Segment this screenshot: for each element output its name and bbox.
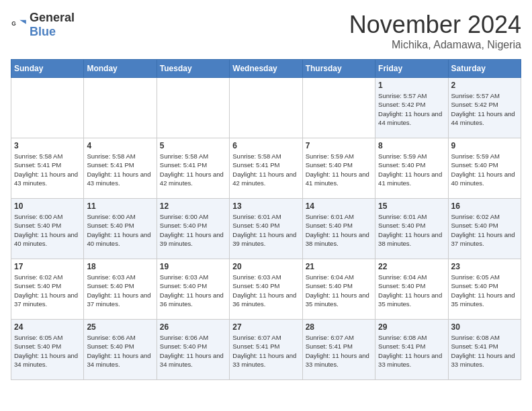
calendar-cell: 9Sunrise: 5:59 AM Sunset: 5:40 PM Daylig…	[448, 138, 521, 199]
day-number: 27	[232, 322, 299, 332]
day-number: 23	[451, 262, 518, 271]
svg-text:G: G	[11, 20, 16, 27]
day-number: 26	[160, 322, 226, 332]
logo[interactable]: G General Blue	[11, 11, 75, 39]
day-info: Sunrise: 6:01 AM Sunset: 5:40 PM Dayligh…	[378, 212, 445, 248]
day-info: Sunrise: 6:04 AM Sunset: 5:40 PM Dayligh…	[306, 273, 372, 308]
calendar-cell: 16Sunrise: 6:02 AM Sunset: 5:40 PM Dayli…	[448, 199, 521, 259]
day-number: 12	[160, 201, 226, 211]
calendar-cell: 29Sunrise: 6:08 AM Sunset: 5:41 PM Dayli…	[375, 320, 448, 380]
day-number: 19	[160, 262, 226, 271]
day-number: 10	[14, 201, 81, 211]
day-info: Sunrise: 6:07 AM Sunset: 5:41 PM Dayligh…	[306, 333, 372, 369]
calendar-cell	[230, 78, 302, 138]
location-title: Michika, Adamawa, Nigeria	[349, 39, 521, 51]
day-info: Sunrise: 5:59 AM Sunset: 5:40 PM Dayligh…	[378, 152, 445, 187]
calendar-cell	[11, 78, 84, 138]
day-number: 21	[306, 262, 372, 271]
calendar-cell: 25Sunrise: 6:06 AM Sunset: 5:40 PM Dayli…	[84, 320, 157, 380]
calendar-cell: 17Sunrise: 6:02 AM Sunset: 5:40 PM Dayli…	[11, 259, 84, 320]
weekday-header-saturday: Saturday	[448, 60, 521, 78]
weekday-header-thursday: Thursday	[302, 60, 375, 78]
weekday-header-sunday: Sunday	[11, 60, 84, 78]
calendar-week-row: 24Sunrise: 6:05 AM Sunset: 5:40 PM Dayli…	[11, 320, 521, 380]
calendar-cell: 18Sunrise: 6:03 AM Sunset: 5:40 PM Dayli…	[84, 259, 157, 320]
weekday-header-friday: Friday	[375, 60, 448, 78]
day-number: 2	[451, 81, 518, 90]
day-info: Sunrise: 5:58 AM Sunset: 5:41 PM Dayligh…	[14, 152, 81, 187]
day-info: Sunrise: 6:05 AM Sunset: 5:40 PM Dayligh…	[451, 273, 518, 308]
day-number: 13	[232, 201, 299, 211]
day-number: 16	[451, 201, 518, 211]
day-info: Sunrise: 6:07 AM Sunset: 5:41 PM Dayligh…	[232, 333, 299, 369]
calendar-cell: 11Sunrise: 6:00 AM Sunset: 5:40 PM Dayli…	[84, 199, 157, 259]
page-header: G General Blue November 2024 Michika, Ad…	[11, 11, 521, 51]
calendar-cell	[302, 78, 375, 138]
calendar-cell: 22Sunrise: 6:04 AM Sunset: 5:40 PM Dayli…	[375, 259, 448, 320]
calendar-cell: 20Sunrise: 6:03 AM Sunset: 5:40 PM Dayli…	[230, 259, 302, 320]
day-info: Sunrise: 5:59 AM Sunset: 5:40 PM Dayligh…	[451, 152, 518, 187]
day-info: Sunrise: 6:02 AM Sunset: 5:40 PM Dayligh…	[14, 273, 81, 308]
calendar-cell: 24Sunrise: 6:05 AM Sunset: 5:40 PM Dayli…	[11, 320, 84, 380]
title-block: November 2024 Michika, Adamawa, Nigeria	[349, 11, 521, 51]
calendar-table: SundayMondayTuesdayWednesdayThursdayFrid…	[11, 59, 521, 380]
calendar-cell: 14Sunrise: 6:01 AM Sunset: 5:40 PM Dayli…	[302, 199, 375, 259]
day-info: Sunrise: 5:58 AM Sunset: 5:41 PM Dayligh…	[160, 152, 226, 187]
month-title: November 2024	[349, 11, 521, 39]
day-number: 1	[378, 81, 445, 90]
day-number: 24	[14, 322, 81, 332]
day-info: Sunrise: 6:00 AM Sunset: 5:40 PM Dayligh…	[160, 212, 226, 248]
weekday-header-monday: Monday	[84, 60, 157, 78]
logo-blue: Blue	[30, 25, 56, 38]
calendar-cell: 27Sunrise: 6:07 AM Sunset: 5:41 PM Dayli…	[230, 320, 302, 380]
day-info: Sunrise: 6:06 AM Sunset: 5:40 PM Dayligh…	[160, 333, 226, 369]
day-number: 18	[87, 262, 153, 271]
calendar-header-row: SundayMondayTuesdayWednesdayThursdayFrid…	[11, 60, 521, 78]
day-number: 28	[306, 322, 372, 332]
day-info: Sunrise: 6:01 AM Sunset: 5:40 PM Dayligh…	[306, 212, 372, 248]
svg-marker-1	[19, 20, 26, 24]
calendar-cell: 23Sunrise: 6:05 AM Sunset: 5:40 PM Dayli…	[448, 259, 521, 320]
day-info: Sunrise: 5:57 AM Sunset: 5:42 PM Dayligh…	[451, 91, 518, 127]
calendar-cell: 12Sunrise: 6:00 AM Sunset: 5:40 PM Dayli…	[157, 199, 229, 259]
day-info: Sunrise: 6:08 AM Sunset: 5:41 PM Dayligh…	[378, 333, 445, 369]
day-info: Sunrise: 6:00 AM Sunset: 5:40 PM Dayligh…	[14, 212, 81, 248]
calendar-cell: 10Sunrise: 6:00 AM Sunset: 5:40 PM Dayli…	[11, 199, 84, 259]
calendar-cell: 13Sunrise: 6:01 AM Sunset: 5:40 PM Dayli…	[230, 199, 302, 259]
day-info: Sunrise: 5:57 AM Sunset: 5:42 PM Dayligh…	[378, 91, 445, 127]
day-info: Sunrise: 6:01 AM Sunset: 5:40 PM Dayligh…	[232, 212, 299, 248]
calendar-cell: 19Sunrise: 6:03 AM Sunset: 5:40 PM Dayli…	[157, 259, 229, 320]
day-info: Sunrise: 6:08 AM Sunset: 5:41 PM Dayligh…	[451, 333, 518, 369]
day-number: 9	[451, 141, 518, 150]
logo-icon: G	[11, 17, 27, 33]
day-number: 8	[378, 141, 445, 150]
calendar-cell	[84, 78, 157, 138]
day-info: Sunrise: 6:06 AM Sunset: 5:40 PM Dayligh…	[87, 333, 153, 369]
calendar-cell	[157, 78, 229, 138]
day-info: Sunrise: 6:02 AM Sunset: 5:40 PM Dayligh…	[451, 212, 518, 248]
calendar-cell: 30Sunrise: 6:08 AM Sunset: 5:41 PM Dayli…	[448, 320, 521, 380]
calendar-week-row: 1Sunrise: 5:57 AM Sunset: 5:42 PM Daylig…	[11, 78, 521, 138]
day-info: Sunrise: 6:03 AM Sunset: 5:40 PM Dayligh…	[87, 273, 153, 308]
calendar-cell: 15Sunrise: 6:01 AM Sunset: 5:40 PM Dayli…	[375, 199, 448, 259]
day-info: Sunrise: 6:00 AM Sunset: 5:40 PM Dayligh…	[87, 212, 153, 248]
calendar-cell: 3Sunrise: 5:58 AM Sunset: 5:41 PM Daylig…	[11, 138, 84, 199]
calendar-cell: 7Sunrise: 5:59 AM Sunset: 5:40 PM Daylig…	[302, 138, 375, 199]
day-number: 25	[87, 322, 153, 332]
weekday-header-wednesday: Wednesday	[230, 60, 302, 78]
day-number: 20	[232, 262, 299, 271]
calendar-week-row: 17Sunrise: 6:02 AM Sunset: 5:40 PM Dayli…	[11, 259, 521, 320]
day-number: 15	[378, 201, 445, 211]
day-info: Sunrise: 6:04 AM Sunset: 5:40 PM Dayligh…	[378, 273, 445, 308]
day-number: 14	[306, 201, 372, 211]
day-number: 29	[378, 322, 445, 332]
calendar-cell: 26Sunrise: 6:06 AM Sunset: 5:40 PM Dayli…	[157, 320, 229, 380]
calendar-cell: 1Sunrise: 5:57 AM Sunset: 5:42 PM Daylig…	[375, 78, 448, 138]
day-number: 5	[160, 141, 226, 150]
calendar-cell: 21Sunrise: 6:04 AM Sunset: 5:40 PM Dayli…	[302, 259, 375, 320]
calendar-cell: 2Sunrise: 5:57 AM Sunset: 5:42 PM Daylig…	[448, 78, 521, 138]
day-info: Sunrise: 6:05 AM Sunset: 5:40 PM Dayligh…	[14, 333, 81, 369]
day-number: 22	[378, 262, 445, 271]
logo-general: General	[30, 11, 75, 24]
day-number: 17	[14, 262, 81, 271]
